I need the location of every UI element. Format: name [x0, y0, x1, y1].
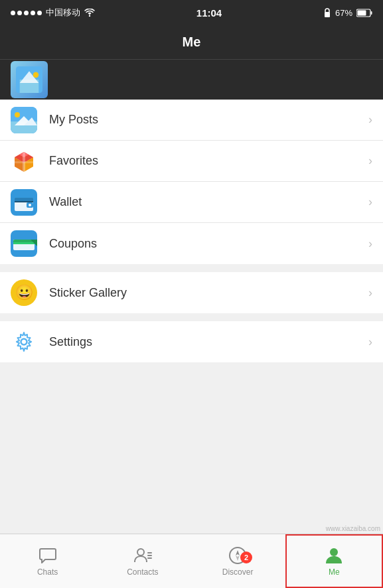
sticker-icon: 😀 — [11, 279, 37, 306]
svg-point-41 — [330, 548, 338, 556]
menu-item-wallet[interactable]: Wallet › — [0, 182, 383, 223]
wifi-icon — [84, 9, 95, 17]
avatar[interactable] — [11, 61, 48, 98]
menu-item-my-posts[interactable]: My Posts › — [0, 100, 383, 141]
content-area: My Posts › Favorites › — [0, 100, 383, 362]
tab-chats-label: Chats — [37, 567, 58, 577]
tab-chats[interactable]: Chats — [0, 534, 95, 588]
svg-point-26 — [29, 204, 31, 206]
settings-label: Settings — [49, 335, 368, 349]
favorites-icon — [11, 148, 37, 175]
lock-icon — [323, 8, 331, 18]
settings-icon-wrapper — [11, 329, 37, 355]
svg-point-13 — [15, 112, 20, 117]
svg-rect-31 — [13, 242, 35, 244]
battery-pct: 67% — [335, 8, 352, 18]
chevron-right-icon: › — [368, 335, 372, 349]
svg-rect-21 — [15, 161, 33, 163]
page-title: Me — [183, 35, 201, 50]
sticker-gallery-label: Sticker Gallery — [49, 286, 368, 300]
tab-discover-label: Discover — [222, 567, 254, 577]
posts-icon — [11, 107, 37, 133]
avatar-image — [11, 66, 48, 93]
status-right: 67% — [323, 8, 372, 18]
chevron-right-icon: › — [368, 237, 372, 251]
chevron-right-icon: › — [368, 113, 372, 127]
menu-section-3: Settings › — [0, 321, 383, 362]
menu-item-sticker-gallery[interactable]: 😀 Sticker Gallery › — [0, 272, 383, 313]
nav-header: Me — [0, 25, 383, 60]
coupons-icon — [11, 230, 37, 257]
svg-point-0 — [89, 15, 90, 17]
battery-icon — [356, 9, 372, 17]
profile-row[interactable] — [0, 60, 383, 100]
status-left: 中国移动 — [11, 7, 95, 19]
svg-marker-40 — [236, 555, 240, 561]
wallet-icon — [11, 189, 37, 216]
contacts-icon — [133, 546, 152, 565]
chat-icon — [38, 546, 57, 565]
chevron-right-icon: › — [368, 286, 372, 300]
svg-rect-1 — [325, 12, 330, 17]
discover-badge: 2 — [240, 551, 252, 563]
menu-item-favorites[interactable]: Favorites › — [0, 141, 383, 182]
menu-section-1: My Posts › Favorites › — [0, 100, 383, 264]
tab-discover[interactable]: 2 Discover — [191, 534, 285, 588]
status-bar: 中国移动 11:04 67% — [0, 0, 383, 25]
tab-me[interactable]: Me — [285, 534, 383, 588]
wallet-label: Wallet — [49, 195, 368, 209]
tab-bar: Chats Contacts 2 Discover Me — [0, 534, 383, 588]
svg-marker-39 — [236, 550, 240, 555]
signal-dots — [11, 11, 42, 15]
chevron-right-icon: › — [368, 195, 372, 209]
carrier-label: 中国移动 — [46, 7, 80, 19]
svg-rect-3 — [371, 11, 372, 15]
svg-rect-27 — [15, 201, 33, 202]
coupons-label: Coupons — [49, 237, 368, 251]
time-label: 11:04 — [196, 7, 222, 19]
tab-contacts[interactable]: Contacts — [95, 534, 190, 588]
menu-section-2: 😀 Sticker Gallery › — [0, 272, 383, 313]
gear-icon — [13, 331, 35, 352]
menu-item-settings[interactable]: Settings › — [0, 321, 383, 362]
tab-me-label: Me — [329, 567, 340, 577]
my-posts-label: My Posts — [49, 113, 368, 127]
tab-contacts-label: Contacts — [127, 567, 158, 577]
svg-point-8 — [33, 72, 39, 78]
svg-point-34 — [137, 549, 144, 555]
menu-item-coupons[interactable]: Coupons › — [0, 223, 383, 264]
svg-point-33 — [21, 339, 27, 345]
watermark: www.xiazaiba.com — [326, 525, 380, 532]
person-icon — [325, 546, 343, 565]
chevron-right-icon: › — [368, 154, 372, 168]
favorites-label: Favorites — [49, 154, 368, 168]
svg-rect-4 — [358, 10, 366, 15]
